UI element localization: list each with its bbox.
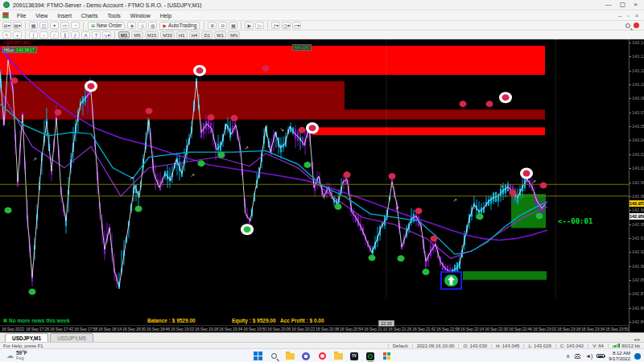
buy-entry-marker [441, 272, 461, 289]
child-minimize-button[interactable]: – [619, 13, 622, 19]
child-restore-button[interactable]: ▫ [627, 13, 629, 19]
notification-icon[interactable] [634, 23, 639, 28]
child-close-button[interactable]: × [635, 13, 638, 19]
terminal-icon[interactable]: ▭ [60, 22, 69, 29]
market-watch-icon[interactable]: ▦ [29, 22, 38, 29]
timeframe-m30-button[interactable]: M30 [160, 31, 175, 39]
ma-on-button[interactable]: MA ON [292, 44, 312, 51]
search-icon[interactable] [625, 23, 630, 28]
chat-icon[interactable]: ☺ [138, 22, 147, 29]
hilo-label: HiLo: [4, 47, 14, 52]
profiles-icon[interactable]: ▤▾ [13, 22, 22, 29]
autoscroll-icon[interactable]: ▶ [245, 22, 254, 29]
sell-signal-dot [344, 171, 351, 178]
timeframe-mn-button[interactable]: MN [228, 31, 240, 39]
text-icon[interactable]: A [81, 31, 90, 39]
timeframe-m5-button[interactable]: M5 [131, 31, 142, 39]
buy-signal-dot [369, 254, 376, 261]
time-tick: 16 Sep 19:50 [243, 327, 266, 331]
opera-icon[interactable] [318, 352, 327, 360]
time-tick: 16 Sep 17:42 [50, 327, 73, 331]
price-tick: 143.130 [630, 54, 644, 59]
tradingview-icon[interactable]: TV [350, 352, 359, 360]
data-window-icon[interactable]: ◫ [39, 22, 48, 29]
navigator-icon[interactable]: ✦ [50, 22, 59, 29]
chart-shift-icon[interactable]: ▷ [255, 22, 264, 29]
time-tick: 16 Sep 20:06 [267, 327, 291, 331]
strategy-tester-icon[interactable]: ◔ [71, 22, 80, 29]
horizontal-line-icon[interactable]: − [39, 31, 48, 39]
search-icon[interactable] [270, 352, 279, 360]
taskbar-clock[interactable]: 8:12 AM 9/17/2022 [609, 351, 630, 362]
connection-speed: 90/12 kb [621, 343, 640, 348]
tab-usdjpy-m5[interactable]: USDJPY,M5 [50, 333, 93, 342]
cursor-icon[interactable]: ↖ [2, 31, 11, 39]
zone [345, 109, 545, 119]
wifi-icon[interactable] [574, 353, 581, 359]
new-order-button[interactable]: ⊞New Order [88, 22, 125, 30]
time-tick: 16 Sep 19:18 [195, 327, 218, 331]
menu-insert[interactable]: Insert [52, 13, 76, 19]
teams-icon[interactable] [302, 352, 311, 360]
metaeditor-icon[interactable]: ◈ [127, 22, 136, 29]
sell-signal-dot [510, 189, 517, 195]
tray-chevron-icon[interactable]: ∧ [566, 353, 570, 360]
autotrading-button[interactable]: ▶AutoTrading [159, 22, 200, 30]
price-chart[interactable]: ↗↗↗↗↘↗↗↘↗ [0, 39, 629, 332]
arrows-icon[interactable]: ↘▾ [102, 31, 111, 39]
timeframe-h4-button[interactable]: H4 [189, 31, 200, 39]
chart-window-icon [2, 12, 9, 19]
file-explorer-icon[interactable] [286, 352, 295, 360]
vertical-line-icon[interactable]: ∣ [29, 31, 38, 39]
menu-window[interactable]: Window [126, 13, 155, 19]
new-chart-icon[interactable]: ⊞▾ [2, 22, 11, 29]
minimize-button[interactable]: — [605, 1, 612, 9]
battery-icon[interactable] [597, 354, 605, 358]
zoom-out-icon[interactable]: ⊖ [218, 22, 227, 29]
timeframe-h1-button[interactable]: H1 [176, 31, 188, 39]
sell-signal-dot-ringed [309, 125, 316, 131]
periods-icon[interactable]: ◷▾ [282, 22, 291, 29]
volume-icon[interactable]: ◄) [585, 353, 592, 359]
timeframe-d1-button[interactable]: D1 [201, 31, 213, 39]
tab-scroll-arrows[interactable]: ◂ ▸ [634, 336, 644, 342]
zoom-in-icon[interactable]: ⊕ [208, 22, 217, 29]
menu-file[interactable]: File [12, 13, 31, 19]
grid-app-icon[interactable] [382, 352, 391, 360]
menu-charts[interactable]: Charts [76, 13, 103, 19]
indicators-icon[interactable]: ƒ▾ [271, 22, 280, 29]
tile-windows-icon[interactable]: ▦ [229, 22, 237, 29]
timeframe-m15-button[interactable]: M15 [145, 31, 159, 39]
crosshair-icon[interactable]: + [13, 31, 22, 39]
trend-arrow: ↘ [279, 126, 284, 132]
templates-icon[interactable]: ▱▾ [292, 22, 301, 29]
notification-badge[interactable] [634, 353, 641, 360]
channel-icon[interactable]: ∥ [60, 31, 69, 39]
timeframe-w1-button[interactable]: W1 [214, 31, 226, 39]
start-icon[interactable] [254, 352, 262, 360]
title-bar: 2091136394: FTMO-Server - Demo Account -… [0, 0, 644, 10]
session-time-label: 22:00 [378, 320, 394, 327]
menu-view[interactable]: View [31, 13, 52, 19]
ftmo-mt4-icon[interactable] [366, 352, 375, 360]
trend-arrow: ↗ [32, 156, 37, 162]
tab-usdjpy-m1[interactable]: USDJPY,M1 [5, 333, 48, 342]
community-icon[interactable]: ◍ [148, 22, 157, 29]
sell-signal-dot [540, 183, 547, 189]
folder-icon[interactable] [334, 352, 343, 360]
sell-signal-dot [55, 109, 62, 116]
menu-tools[interactable]: Tools [102, 13, 125, 19]
trendline-icon[interactable]: ∕ [50, 31, 59, 39]
taskbar-icons: TV [0, 349, 644, 362]
chart-tab-bar: USDJPY,M1 USDJPY,M5 ◂ ▸ [0, 332, 644, 342]
acc-profit-label: Acc Profit : $ 0.00 [280, 318, 324, 323]
maximize-button[interactable]: ▢ [620, 1, 626, 9]
status-segment: H: 143.045 [491, 343, 523, 348]
trend-arrow: ↗ [394, 206, 399, 212]
price-tick: 142.860 [630, 306, 644, 311]
label-icon[interactable]: T [92, 31, 101, 39]
timeframe-m1-button[interactable]: M1 [118, 31, 130, 39]
menu-help[interactable]: Help [155, 13, 176, 19]
close-button[interactable]: × [634, 1, 638, 9]
fibonacci-icon[interactable]: ƒ [71, 31, 80, 39]
